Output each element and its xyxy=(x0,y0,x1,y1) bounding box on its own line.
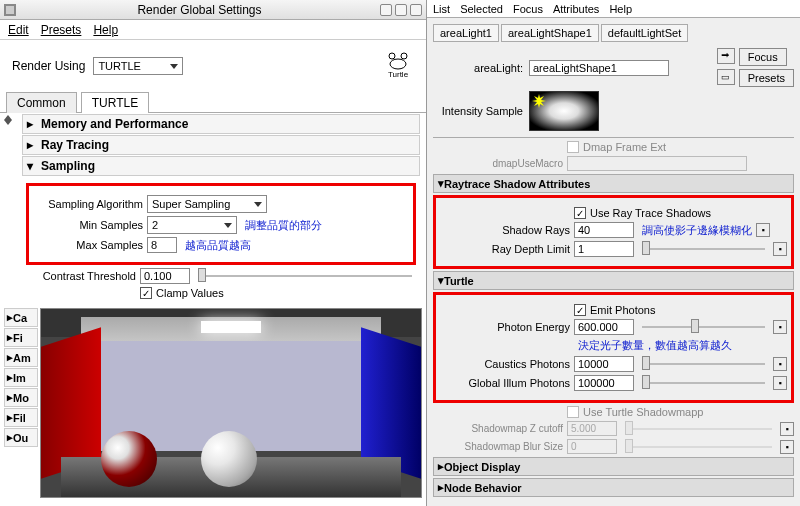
dmap-use-macro-label: dmapUseMacro xyxy=(433,158,563,169)
caustics-photons-input[interactable] xyxy=(574,356,634,372)
window-title: Render Global Settings xyxy=(22,3,377,17)
collapsed-fil[interactable]: ▸ Fil xyxy=(4,408,38,427)
gi-photons-slider[interactable] xyxy=(642,382,765,384)
collapsed-sections: ▸ Ca ▸ Fi ▸ Am ▸ Im ▸ Mo ▸ Fil ▸ Ou xyxy=(4,308,38,498)
collapsed-ou[interactable]: ▸ Ou xyxy=(4,428,38,447)
tabs-row: Common TURTLE xyxy=(0,92,426,113)
scroll-up-icon[interactable] xyxy=(2,115,14,125)
section-sampling[interactable]: ▾Sampling xyxy=(22,156,420,176)
max-samples-input[interactable] xyxy=(147,237,177,253)
render-using-dropdown[interactable]: TURTLE xyxy=(93,57,183,75)
menu-help-r[interactable]: Help xyxy=(609,3,632,15)
sm-z-slider xyxy=(625,428,772,430)
svg-point-2 xyxy=(390,59,406,69)
max-samples-label: Max Samples xyxy=(33,239,143,251)
section-raytrace-shadow[interactable]: ▾ Raytrace Shadow Attributes xyxy=(433,174,794,193)
collapsed-mo[interactable]: ▸ Mo xyxy=(4,388,38,407)
turtle-logo: Turtle xyxy=(382,50,414,82)
shadow-rays-input[interactable] xyxy=(574,222,634,238)
sampling-algo-dropdown[interactable]: Super Sampling xyxy=(147,195,267,213)
chevron-down-icon xyxy=(254,202,262,207)
dmap-frame-ext-checkbox xyxy=(567,141,579,153)
menu-attributes[interactable]: Attributes xyxy=(553,3,599,15)
presets-button[interactable]: Presets xyxy=(739,69,794,87)
presets-icon-button[interactable]: ▭ xyxy=(717,69,735,85)
use-rts-checkbox[interactable]: ✓ xyxy=(574,207,586,219)
tab-arealight1[interactable]: areaLight1 xyxy=(433,24,499,42)
section-memory[interactable]: ▸Memory and Performance xyxy=(22,114,420,134)
use-turtle-sm-checkbox xyxy=(567,406,579,418)
contrast-threshold-slider[interactable] xyxy=(198,275,412,277)
connect-button[interactable]: ▪ xyxy=(773,357,787,371)
clamp-values-checkbox[interactable]: ✓ xyxy=(140,287,152,299)
connect-button[interactable]: ▪ xyxy=(756,223,770,237)
tab-arealightshape1[interactable]: areaLightShape1 xyxy=(501,24,599,42)
caustics-photons-slider[interactable] xyxy=(642,363,765,365)
tab-common[interactable]: Common xyxy=(6,92,77,113)
menu-list[interactable]: List xyxy=(433,3,450,15)
clamp-values-label: Clamp Values xyxy=(156,287,224,299)
connect-button[interactable]: ▪ xyxy=(773,320,787,334)
close-button[interactable] xyxy=(410,4,422,16)
attr-menubar: List Selected Focus Attributes Help xyxy=(427,0,800,18)
maximize-button[interactable] xyxy=(395,4,407,16)
sampling-algo-label: Sampling Algorithm xyxy=(33,198,143,210)
menu-edit[interactable]: Edit xyxy=(8,23,29,37)
contrast-threshold-label: Contrast Threshold xyxy=(26,270,136,282)
focus-icon-button[interactable]: ⮕ xyxy=(717,48,735,64)
sm-z-label: Shadowmap Z cutoff xyxy=(433,423,563,434)
collapsed-fi[interactable]: ▸ Fi xyxy=(4,328,38,347)
photon-energy-input[interactable] xyxy=(574,319,634,335)
min-samples-dropdown[interactable]: 2 xyxy=(147,216,237,234)
tab-turtle[interactable]: TURTLE xyxy=(81,92,149,113)
contrast-threshold-input[interactable] xyxy=(140,268,190,284)
connect-button[interactable]: ▪ xyxy=(780,422,794,436)
connect-button[interactable]: ▪ xyxy=(780,440,794,454)
ray-depth-input[interactable] xyxy=(574,241,634,257)
sampling-body: Sampling Algorithm Super Sampling Min Sa… xyxy=(18,177,424,306)
render-settings-window: Render Global Settings Edit Presets Help… xyxy=(0,0,427,506)
section-object-display[interactable]: ▸ Object Display xyxy=(433,457,794,476)
intensity-sample-swatch[interactable] xyxy=(529,91,599,131)
raytrace-highlight: ✓Use Ray Trace Shadows Shadow Rays 調高使影子… xyxy=(433,195,794,269)
ray-depth-slider[interactable] xyxy=(642,248,765,250)
preview-sphere-chrome xyxy=(201,431,257,487)
minimize-button[interactable] xyxy=(380,4,392,16)
chevron-down-icon xyxy=(170,64,178,69)
collapsed-im[interactable]: ▸ Im xyxy=(4,368,38,387)
gi-photons-input[interactable] xyxy=(574,375,634,391)
connect-button[interactable]: ▪ xyxy=(773,376,787,390)
connect-button[interactable]: ▪ xyxy=(773,242,787,256)
menu-help[interactable]: Help xyxy=(93,23,118,37)
sampling-highlight: Sampling Algorithm Super Sampling Min Sa… xyxy=(26,183,416,265)
svg-rect-1 xyxy=(6,6,14,14)
attribute-editor-panel: List Selected Focus Attributes Help area… xyxy=(427,0,800,506)
focus-button[interactable]: Focus xyxy=(739,48,787,66)
menu-focus[interactable]: Focus xyxy=(513,3,543,15)
section-turtle[interactable]: ▾ Turtle xyxy=(433,271,794,290)
render-preview xyxy=(40,308,422,498)
tab-defaultlightset[interactable]: defaultLightSet xyxy=(601,24,688,42)
svg-point-4 xyxy=(401,53,407,59)
app-icon xyxy=(4,4,16,16)
arealight-name-input[interactable] xyxy=(529,60,669,76)
caustics-photons-label: Caustics Photons xyxy=(440,358,570,370)
emit-photons-label: Emit Photons xyxy=(590,304,655,316)
intensity-sample-label: Intensity Sample xyxy=(433,105,523,117)
annotation-quality: 調整品質的部分 xyxy=(245,218,322,233)
render-using-value: TURTLE xyxy=(98,60,141,72)
menu-selected[interactable]: Selected xyxy=(460,3,503,15)
collapsed-ca[interactable]: ▸ Ca xyxy=(4,308,38,327)
ray-depth-label: Ray Depth Limit xyxy=(440,243,570,255)
collapsed-am[interactable]: ▸ Am xyxy=(4,348,38,367)
sm-blur-slider xyxy=(625,446,772,448)
photon-energy-slider[interactable] xyxy=(642,326,765,328)
section-raytracing[interactable]: ▸Ray Tracing xyxy=(22,135,420,155)
dmap-use-macro-input xyxy=(567,156,747,171)
section-node-behavior[interactable]: ▸ Node Behavior xyxy=(433,478,794,497)
menu-presets[interactable]: Presets xyxy=(41,23,82,37)
svg-point-3 xyxy=(389,53,395,59)
use-rts-label: Use Ray Trace Shadows xyxy=(590,207,711,219)
turtle-highlight: ✓Emit Photons Photon Energy ▪ 決定光子數量，數值越… xyxy=(433,292,794,403)
emit-photons-checkbox[interactable]: ✓ xyxy=(574,304,586,316)
